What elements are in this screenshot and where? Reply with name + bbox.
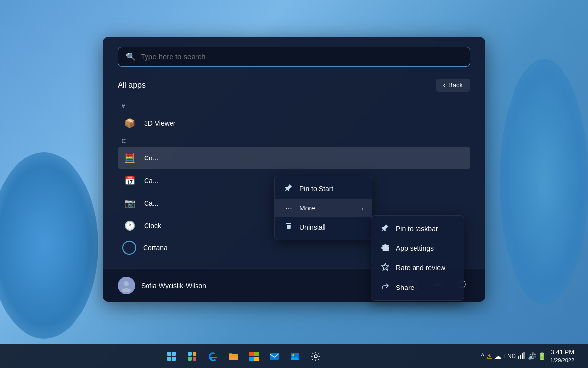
photos-icon [290, 351, 300, 362]
share-label: Share [396, 284, 414, 291]
user-avatar [118, 277, 135, 294]
svg-rect-15 [518, 356, 519, 359]
settings-icon [310, 351, 321, 362]
app-list: # 📦 3D Viewer C 🧮 Ca... 📅 Ca... 📷 Ca... … [118, 100, 470, 259]
pin-icon [284, 184, 294, 194]
share-icon [380, 283, 390, 292]
taskbar-store-button[interactable] [244, 346, 264, 366]
mail-icon [269, 351, 280, 362]
svg-point-1 [124, 281, 129, 286]
system-tray-cloud[interactable]: ☁ [494, 352, 501, 360]
pin-to-taskbar-label: Pin to taskbar [396, 225, 438, 233]
back-label: Back [448, 81, 463, 89]
taskbar-clock[interactable]: 3:41 PM 1/29/2022 [550, 348, 574, 365]
taskbar-widgets-button[interactable] [182, 346, 202, 366]
app-icon-3dviewer: 📦 [122, 116, 137, 131]
taskbar-pin-icon [380, 224, 390, 234]
search-bar[interactable]: 🔍 [118, 47, 470, 67]
all-apps-title: All apps [118, 81, 146, 90]
submenu-share[interactable]: Share [371, 278, 464, 297]
taskbar: ^ ⚠ ☁ ENG 🔊 🔋 3:41 PM 1/29/2022 [0, 344, 588, 368]
svg-marker-0 [382, 263, 389, 270]
app-name-cortana: Cortana [143, 244, 168, 252]
svg-rect-7 [249, 352, 254, 356]
search-icon: 🔍 [126, 52, 136, 61]
system-tray-network[interactable] [518, 351, 526, 361]
user-name: Sofia Wyciślik-Wilson [141, 282, 206, 289]
all-apps-header: All apps ‹ Back [118, 79, 470, 92]
system-tray-battery[interactable]: 🔋 [538, 352, 546, 360]
bg-decoration-right [500, 59, 588, 304]
submenu-app-settings[interactable]: App settings [371, 238, 464, 258]
taskbar-start-button[interactable] [162, 346, 181, 366]
submenu-pin-to-taskbar[interactable]: Pin to taskbar [371, 219, 464, 238]
clock-date: 1/29/2022 [550, 357, 574, 364]
rate-review-label: Rate and review [396, 264, 445, 272]
pin-to-start-label: Pin to Start [299, 185, 333, 193]
app-settings-icon [380, 243, 390, 253]
edge-icon [207, 351, 218, 362]
taskbar-system-tray: ^ ⚠ ☁ ENG 🔊 🔋 3:41 PM 1/29/2022 [481, 348, 582, 365]
system-tray-volume[interactable]: 🔊 [528, 352, 536, 360]
context-more[interactable]: ··· More › Pin to taskbar [275, 199, 372, 217]
system-tray-warning[interactable]: ⚠ [486, 352, 492, 360]
app-icon-calculator: 🧮 [122, 151, 137, 165]
start-menu: 🔍 All apps ‹ Back # 📦 3D Viewer C 🧮 Ca..… [103, 37, 485, 302]
windows-logo-icon [167, 352, 176, 361]
svg-rect-8 [254, 352, 259, 356]
svg-rect-16 [520, 355, 521, 359]
app-name-calculator: Ca... [144, 154, 159, 162]
context-pin-to-start[interactable]: Pin to Start [275, 179, 372, 199]
app-settings-label: App settings [396, 244, 434, 252]
app-name-camera: Ca... [144, 199, 159, 207]
context-menu: Pin to Start ··· More › [274, 176, 372, 240]
bg-decoration-left [0, 152, 98, 339]
uninstall-icon [284, 222, 294, 232]
app-icon-camera: 📷 [122, 196, 137, 210]
file-explorer-icon [228, 351, 239, 362]
svg-rect-18 [524, 352, 525, 359]
search-input[interactable] [141, 53, 462, 61]
svg-rect-11 [270, 353, 279, 360]
user-info[interactable]: Sofia Wyciślik-Wilson [118, 277, 206, 294]
app-icon-calendar: 📅 [122, 173, 137, 188]
svg-point-13 [292, 354, 294, 356]
app-name-3dviewer: 3D Viewer [144, 119, 175, 127]
svg-point-14 [314, 355, 317, 358]
taskbar-photos-button[interactable] [285, 346, 305, 366]
svg-rect-17 [522, 353, 523, 359]
taskbar-settings-button[interactable] [306, 346, 325, 366]
submenu-rate-review[interactable]: Rate and review [371, 258, 464, 278]
uninstall-label: Uninstall [299, 223, 326, 231]
back-button[interactable]: ‹ Back [436, 79, 470, 92]
section-hash: # [118, 100, 470, 112]
system-tray-chevron[interactable]: ^ [481, 352, 484, 360]
more-dots-icon: ··· [284, 204, 294, 212]
app-icon-clock: 🕐 [122, 218, 137, 233]
context-uninstall[interactable]: Uninstall [275, 217, 372, 237]
submenu-arrow-icon: › [361, 205, 363, 212]
rate-review-icon [380, 263, 390, 273]
widgets-icon [188, 352, 196, 361]
taskbar-mail-button[interactable] [265, 346, 284, 366]
svg-rect-10 [254, 357, 259, 361]
system-tray-language[interactable]: ENG [503, 353, 516, 360]
app-item-calculator[interactable]: 🧮 Ca... [118, 147, 470, 169]
app-name-calendar: Ca... [144, 177, 159, 184]
app-name-clock: Clock [144, 222, 161, 230]
svg-point-2 [122, 288, 131, 292]
store-icon [248, 351, 259, 362]
back-chevron-icon: ‹ [443, 81, 445, 89]
submenu: Pin to taskbar App settings [371, 215, 464, 301]
taskbar-edge-button[interactable] [203, 346, 222, 366]
svg-rect-9 [249, 357, 254, 361]
app-icon-cortana [122, 241, 136, 255]
section-c: C [118, 134, 470, 147]
more-label: More [299, 204, 315, 212]
system-tray-icons: ^ ⚠ ☁ ENG 🔊 🔋 [481, 351, 546, 361]
clock-time: 3:41 PM [550, 348, 574, 357]
taskbar-explorer-button[interactable] [223, 346, 243, 366]
taskbar-icons [162, 346, 325, 366]
app-item-3dviewer[interactable]: 📦 3D Viewer [118, 112, 470, 134]
svg-rect-6 [229, 354, 238, 360]
